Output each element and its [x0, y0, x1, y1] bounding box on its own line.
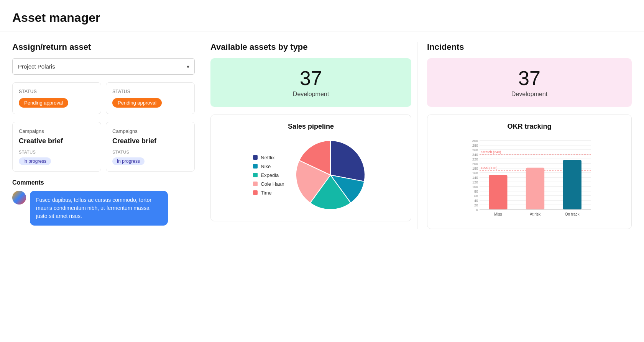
incidents-title: Incidents [427, 42, 632, 52]
svg-text:20: 20 [474, 203, 478, 207]
campaign-status-key-2: STATUS [112, 150, 129, 154]
svg-text:180: 180 [472, 167, 478, 170]
campaign-title-1: Creative brief [19, 137, 95, 145]
campaign-card-2: Campaigns Creative brief STATUS In progr… [106, 122, 195, 172]
campaign-status-row-2: STATUS [112, 150, 188, 154]
legend-label-expedia: Expedia [261, 172, 279, 178]
assign-return-title: Assign/return asset [12, 42, 195, 52]
status-label-1: Status [19, 89, 95, 94]
campaign-cards-row: Campaigns Creative brief STATUS In progr… [12, 122, 195, 172]
legend-label-nike: Nike [261, 164, 271, 169]
legend-color-netflix [253, 155, 258, 160]
pie-layout: Netflix Nike Expedia Cole Haan [219, 137, 403, 213]
asset-card-green: 37 Development [210, 58, 411, 107]
comments-title: Comments [12, 179, 195, 186]
svg-text:60: 60 [474, 194, 478, 198]
svg-text:Goal (170): Goal (170) [481, 166, 498, 170]
available-assets-title: Available assets by type [210, 42, 411, 52]
campaign-status-key-1: STATUS [19, 150, 36, 154]
campaign-title-2: Creative brief [112, 137, 188, 145]
legend-item-nike: Nike [253, 164, 284, 169]
svg-text:300: 300 [472, 139, 478, 143]
campaign-status-value-1: In progress [19, 157, 51, 165]
okr-bar-chart-svg: 0204060801001201401601802002202402602803… [435, 137, 624, 221]
legend-color-nike [253, 164, 258, 169]
asset-number: 37 [220, 67, 402, 89]
comments-section: Comments Fusce dapibus, tellus ac cursus… [12, 179, 195, 226]
svg-text:260: 260 [472, 148, 478, 152]
campaign-label-2: Campaigns [112, 128, 188, 134]
legend-color-colehaan [253, 182, 258, 186]
page-title: Asset manager [12, 11, 632, 25]
campaign-label-1: Campaigns [19, 128, 95, 134]
svg-text:At risk: At risk [530, 212, 541, 216]
status-badge-2: Pending approval [112, 98, 162, 108]
svg-text:100: 100 [472, 185, 478, 189]
svg-text:160: 160 [472, 171, 478, 175]
svg-rect-38 [526, 168, 544, 209]
svg-text:On track: On track [565, 212, 580, 216]
legend-color-expedia [253, 173, 258, 177]
legend-label-colehaan: Cole Haan [261, 181, 284, 187]
comment-bubble-1: Fusce dapibus, tellus ac cursus commodo,… [30, 191, 168, 226]
campaign-status-value-2: In progress [112, 157, 145, 165]
page-header: Asset manager [0, 0, 644, 31]
legend-item-expedia: Expedia [253, 172, 284, 178]
bar-chart-wrapper: 0204060801001201401601802002202402602803… [435, 137, 624, 221]
okr-title: OKR tracking [435, 123, 624, 131]
svg-text:Miss: Miss [494, 212, 502, 216]
status-label-2: Status [112, 89, 188, 94]
legend-color-time [253, 190, 258, 195]
svg-text:0: 0 [476, 208, 478, 212]
pie-chart-container: Sales pipeline Netflix Nike Expedia [210, 115, 411, 221]
incident-number: 37 [436, 67, 623, 89]
comment-avatar [12, 191, 26, 205]
middle-column: Available assets by type 37 Development … [204, 42, 418, 229]
incident-card-pink: 37 Development [427, 58, 632, 107]
legend-label-time: Time [261, 190, 271, 196]
legend-item-netflix: Netflix [253, 155, 284, 160]
svg-text:Stretch (240): Stretch (240) [481, 150, 501, 154]
asset-type: Development [220, 91, 402, 98]
pie-legend: Netflix Nike Expedia Cole Haan [253, 155, 284, 196]
pie-chart-svg [292, 137, 369, 213]
comment-row-1: Fusce dapibus, tellus ac cursus commodo,… [12, 191, 195, 226]
svg-text:80: 80 [474, 190, 478, 193]
campaign-status-row-1: STATUS [19, 150, 95, 154]
okr-container: OKR tracking 020406080100120140160180200… [427, 115, 632, 229]
svg-text:120: 120 [472, 180, 478, 184]
svg-text:240: 240 [472, 153, 478, 157]
svg-text:140: 140 [472, 176, 478, 180]
svg-text:220: 220 [472, 157, 478, 161]
svg-rect-36 [489, 175, 507, 209]
legend-item-colehaan: Cole Haan [253, 181, 284, 187]
project-dropdown-wrapper: Project Polaris Project Alpha Project Be… [12, 58, 195, 75]
pie-chart-title: Sales pipeline [219, 123, 403, 131]
svg-rect-40 [563, 160, 582, 209]
project-dropdown[interactable]: Project Polaris Project Alpha Project Be… [12, 58, 195, 75]
incident-type: Development [436, 91, 623, 98]
svg-text:280: 280 [472, 144, 478, 147]
legend-item-time: Time [253, 190, 284, 196]
main-content: Assign/return asset Project Polaris Proj… [0, 31, 644, 240]
status-cards-row: Status Pending approval Status Pending a… [12, 82, 195, 114]
right-column: Incidents 37 Development OKR tracking 02… [418, 42, 632, 229]
legend-label-netflix: Netflix [261, 155, 274, 160]
left-column: Assign/return asset Project Polaris Proj… [12, 42, 204, 229]
svg-text:40: 40 [474, 199, 478, 203]
svg-text:200: 200 [472, 162, 478, 166]
status-card-2: Status Pending approval [106, 82, 195, 114]
status-card-1: Status Pending approval [12, 82, 101, 114]
campaign-card-1: Campaigns Creative brief STATUS In progr… [12, 122, 101, 172]
status-badge-1: Pending approval [19, 98, 68, 108]
